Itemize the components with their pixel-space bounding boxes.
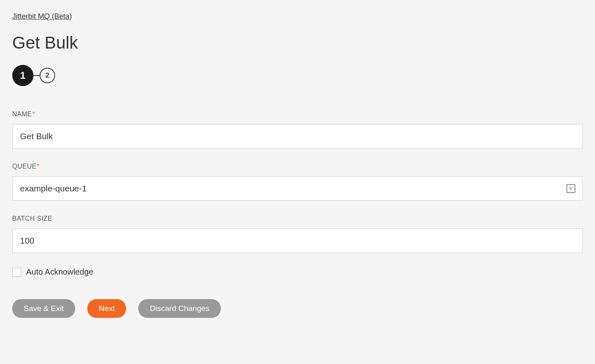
auto-ack-label: Auto Acknowledge (26, 267, 93, 277)
queue-label: QUEUE* (12, 163, 583, 170)
batch-size-label-text: BATCH SIZE (12, 215, 52, 222)
action-buttons: Save & Exit Next Discard Changes (12, 299, 583, 318)
queue-label-text: QUEUE (12, 163, 36, 170)
name-label: NAME* (12, 111, 583, 118)
batch-size-field-group: BATCH SIZE (12, 215, 583, 253)
name-field-group: NAME* (12, 111, 583, 149)
name-input[interactable] (12, 124, 583, 149)
auto-ack-group: Auto Acknowledge (12, 267, 583, 277)
next-button[interactable]: Next (87, 299, 126, 318)
batch-size-input[interactable] (12, 229, 583, 253)
queue-field-group: QUEUE* V (12, 163, 583, 201)
auto-ack-checkbox[interactable] (12, 268, 21, 277)
save-exit-button[interactable]: Save & Exit (12, 299, 75, 318)
queue-input[interactable] (12, 176, 583, 201)
breadcrumb-link[interactable]: Jitterbit MQ (Beta) (12, 12, 72, 21)
batch-size-label: BATCH SIZE (12, 215, 583, 222)
step-1[interactable]: 1 (12, 65, 33, 86)
wizard-stepper: 1 2 (12, 65, 583, 86)
name-label-text: NAME (12, 111, 32, 118)
discard-button[interactable]: Discard Changes (138, 299, 221, 318)
required-indicator: * (32, 111, 35, 118)
step-connector (33, 75, 40, 76)
step-2[interactable]: 2 (40, 68, 55, 83)
page-title: Get Bulk (12, 33, 583, 53)
required-indicator: * (37, 163, 40, 170)
variable-icon[interactable]: V (566, 184, 575, 193)
